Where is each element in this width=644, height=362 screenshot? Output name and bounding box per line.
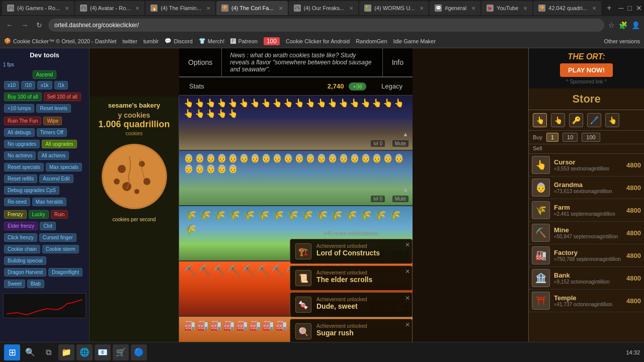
- cursor-scene-up[interactable]: ▲: [403, 131, 409, 138]
- dragonflight-button[interactable]: Dragonflight: [48, 268, 83, 277]
- buy100all-button[interactable]: Buy 100 of all: [4, 93, 42, 101]
- allachievs-button[interactable]: All achievs: [38, 151, 69, 160]
- tab-quadrillion[interactable]: 🍪 42.042 quadri... ✕: [533, 1, 601, 15]
- task-view-button[interactable]: ⧉: [40, 344, 56, 360]
- lucky-button[interactable]: Lucky: [29, 210, 49, 219]
- tab-close-corl[interactable]: ✕: [279, 6, 283, 11]
- tab-close-quadrillion[interactable]: ✕: [592, 6, 596, 11]
- div1k-button[interactable]: /1k: [54, 81, 68, 89]
- tab-close-games[interactable]: ✕: [65, 6, 69, 11]
- taskbar-time[interactable]: 14:32: [626, 349, 640, 355]
- elderfrenzy-button[interactable]: Elder frenzy: [4, 222, 38, 230]
- bookmark-icon[interactable]: ☆: [608, 21, 615, 29]
- info-tab[interactable]: Info: [383, 48, 413, 76]
- sponsored-link[interactable]: ^ Sponsored link ^: [533, 79, 640, 84]
- reseed-button[interactable]: Re-seed: [4, 198, 30, 206]
- store-item-mine[interactable]: ⛏️ Mine ≈50,847 septennonagintillion 480…: [529, 222, 644, 244]
- notif-banner[interactable]: +45 more notifications.: [290, 229, 413, 237]
- cookiechain-button[interactable]: Cookie chain: [4, 245, 40, 253]
- ruin-button[interactable]: Ruin: [51, 210, 68, 219]
- achievement-close-4[interactable]: ✕: [405, 321, 410, 328]
- taskbar-file-explorer[interactable]: 📁: [58, 344, 74, 360]
- allupgrades-button[interactable]: All upgrades: [42, 140, 77, 148]
- achievement-close-2[interactable]: ✕: [405, 268, 410, 275]
- debugupgrades-button[interactable]: Debug upgrades CpS: [4, 186, 59, 195]
- bookmark-cookie-clicker[interactable]: 🍪 Cookie Clicker™ © Orteil, 2020 - DashN…: [4, 38, 117, 44]
- wipe-button[interactable]: Wipe: [43, 117, 62, 125]
- new-tab-button[interactable]: +: [602, 1, 616, 15]
- cursor-icon-hand2[interactable]: 👆: [551, 113, 565, 127]
- url-input[interactable]: [48, 19, 604, 32]
- noupgrades-button[interactable]: No upgrades: [4, 140, 40, 148]
- close-button[interactable]: ✕: [636, 4, 642, 12]
- tab-close-avatar[interactable]: ✕: [135, 6, 139, 11]
- sell100all-button[interactable]: Sell 100 of all: [44, 93, 81, 101]
- cursedfinger-button[interactable]: Cursed finger: [39, 233, 76, 242]
- refresh-button[interactable]: ↻: [34, 19, 44, 31]
- taskbar-store[interactable]: 🛒: [113, 344, 129, 360]
- dragonharvest-button[interactable]: Dragon Harvest: [4, 268, 46, 277]
- tab-close-youtube[interactable]: ✕: [523, 6, 527, 11]
- achievement-close-3[interactable]: ✕: [405, 295, 410, 302]
- tab-freaks[interactable]: 🎮 (4) Our Freaks... ✕: [289, 1, 359, 15]
- store-item-grandma[interactable]: 👵 Grandma ≈73,613 sextnonagintillion 480…: [529, 176, 644, 199]
- tab-corl[interactable]: 🍪 (4) The Corl Fa... ✕: [216, 1, 288, 15]
- bookmark-randomgen[interactable]: RandomGen: [356, 38, 387, 44]
- stats-tab[interactable]: Stats: [179, 79, 214, 93]
- tab-worms[interactable]: 🐛 (4) WORMS U... ✕: [359, 1, 429, 15]
- bookmark-discord[interactable]: 💬 Discord: [165, 38, 192, 44]
- tab-close-general[interactable]: ✕: [471, 6, 475, 11]
- grandma-scene-mute[interactable]: Mute: [392, 196, 409, 202]
- extensions-icon[interactable]: 🧩: [619, 21, 627, 29]
- grandma-scene-up[interactable]: ▲: [403, 186, 409, 193]
- blab-button[interactable]: Blab: [27, 280, 44, 288]
- bookmark-patreon[interactable]: 🅿 Patreon: [230, 38, 258, 44]
- options-tab[interactable]: Options: [179, 48, 221, 76]
- tab-close-freaks[interactable]: ✕: [349, 6, 353, 11]
- taskbar-chrome[interactable]: 🔵: [131, 344, 147, 360]
- taskbar-edge[interactable]: 🌐: [76, 344, 93, 360]
- frenzy-button[interactable]: Frenzy: [4, 210, 27, 219]
- cursor-icon-hand[interactable]: 👆: [533, 113, 547, 127]
- clickfrenzy-button[interactable]: Click frenzy: [4, 233, 37, 242]
- back-button[interactable]: ←: [4, 19, 15, 31]
- maximize-button[interactable]: □: [628, 4, 632, 12]
- big-cookie[interactable]: [99, 141, 170, 212]
- forward-button[interactable]: →: [19, 19, 30, 31]
- store-item-temple[interactable]: ⛩️ Temple ≈41,737 octononagintillion 480…: [529, 290, 644, 312]
- minimize-button[interactable]: ─: [619, 4, 624, 12]
- taskbar-mail[interactable]: 📧: [95, 344, 111, 360]
- bookmark-merch[interactable]: 👕 Merch!: [199, 38, 225, 44]
- start-button[interactable]: ⊞: [4, 344, 20, 360]
- store-item-farm[interactable]: 🌾 Farm ≈2,461 septennonagintillion 4800: [529, 199, 644, 222]
- ruinfun-button[interactable]: Ruin The Fun: [4, 117, 41, 125]
- clot-button[interactable]: Clot: [40, 222, 56, 230]
- achievement-close-1[interactable]: ✕: [405, 241, 410, 248]
- cursor-icon-teal[interactable]: 👆: [605, 113, 619, 127]
- bookmark-other-versions[interactable]: Other versions: [604, 38, 640, 44]
- maxspecials-button[interactable]: Max specials: [46, 163, 82, 171]
- legacy-tab[interactable]: Legacy: [371, 79, 413, 93]
- bookmark-idlegame[interactable]: Idle Game Maker: [393, 38, 436, 44]
- store-item-cursor[interactable]: 👆 Cursor ≈3,553 sextnonagintillion 4800: [529, 154, 644, 176]
- qty-10-button[interactable]: 10: [562, 133, 578, 142]
- div10-button[interactable]: /10: [21, 81, 35, 89]
- qty-1-button[interactable]: 1: [546, 133, 558, 142]
- cursor-icon-key[interactable]: 🔑: [569, 113, 583, 127]
- qty-100-button[interactable]: 100: [582, 133, 600, 142]
- store-item-bank[interactable]: 🏦 Bank ≈9,152 octononagintillion 4800: [529, 267, 644, 290]
- x10-button[interactable]: x10: [4, 81, 19, 89]
- x1k-button[interactable]: x1k: [37, 81, 52, 89]
- resetspecials-button[interactable]: Reset specials: [4, 163, 44, 171]
- store-item-factory[interactable]: 🏭 Factory ≈750,768 septennonagintillion …: [529, 244, 644, 267]
- sweet-button[interactable]: Sweet: [4, 280, 25, 288]
- tab-flaming[interactable]: 🔥 (4) The Flamin... ✕: [145, 1, 215, 15]
- bookmark-android[interactable]: Cookie Clicker for Android: [286, 38, 350, 44]
- maxherald-button[interactable]: Max heralds: [32, 198, 66, 206]
- resetlevels-button[interactable]: Reset levels: [36, 104, 70, 113]
- resetrefills-button[interactable]: Reset refills: [4, 174, 37, 183]
- ascendedit-button[interactable]: Ascend Edit: [39, 174, 73, 183]
- timersoff-button[interactable]: Timers Off: [37, 128, 67, 137]
- search-button[interactable]: 🔍: [22, 344, 38, 360]
- bookmark-twitter[interactable]: twitter: [123, 38, 137, 44]
